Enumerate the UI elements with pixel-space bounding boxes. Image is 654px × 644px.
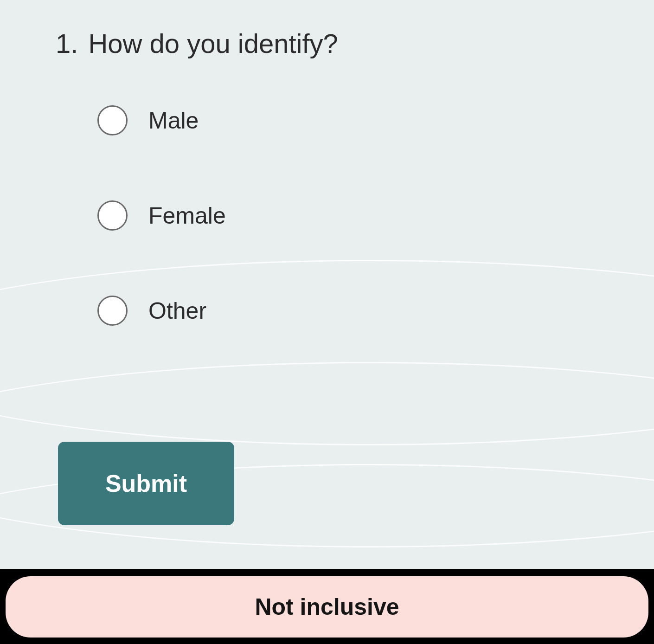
option-label: Female — [148, 202, 226, 229]
radio-icon[interactable] — [97, 105, 128, 135]
caption-bar: Not inclusive — [6, 576, 648, 638]
caption-text: Not inclusive — [255, 593, 399, 620]
option-female[interactable]: Female — [97, 200, 608, 231]
radio-icon[interactable] — [97, 200, 128, 231]
survey-form-panel: 1. How do you identify? Male Female Othe… — [0, 0, 654, 569]
options-group: Male Female Other — [97, 105, 608, 326]
submit-label: Submit — [105, 470, 187, 497]
option-other[interactable]: Other — [97, 296, 608, 326]
option-male[interactable]: Male — [97, 105, 608, 135]
submit-button[interactable]: Submit — [58, 442, 234, 525]
question-number: 1. — [56, 28, 78, 59]
option-label: Male — [148, 107, 199, 134]
radio-icon[interactable] — [97, 296, 128, 326]
question-text: How do you identify? — [88, 28, 338, 59]
option-label: Other — [148, 297, 206, 324]
question-row: 1. How do you identify? — [56, 28, 608, 59]
